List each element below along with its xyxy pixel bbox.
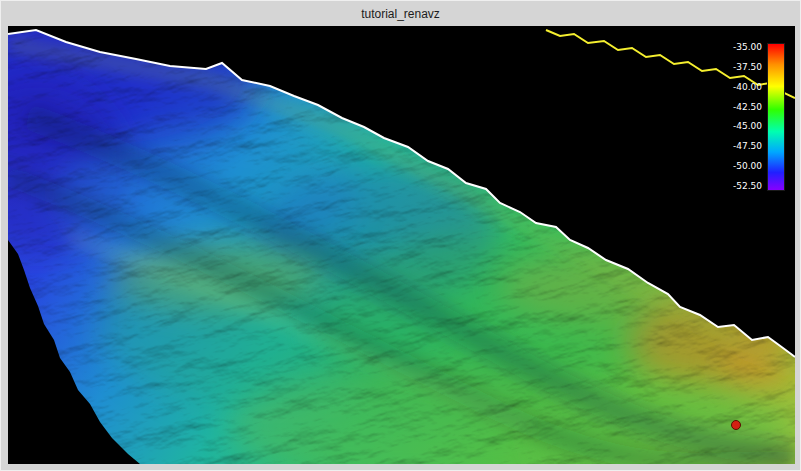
legend-tick-label: -52.50: [733, 182, 762, 191]
window-frame: tutorial_renavz: [0, 0, 801, 471]
legend-tick-label: -37.50: [733, 63, 762, 72]
window-title-bar[interactable]: tutorial_renavz: [1, 1, 800, 26]
legend-tick-label: -35.00: [733, 43, 762, 52]
legend-tick-label: -50.00: [733, 162, 762, 171]
nav-point-marker[interactable]: [732, 421, 741, 430]
legend-tick-label: -40.00: [733, 83, 762, 92]
color-scale-bar: [767, 43, 785, 191]
color-scale-legend: -35.00 -37.50 -40.00 -42.50 -45.00 -47.5…: [733, 43, 785, 191]
view3d-container[interactable]: -35.00 -37.50 -40.00 -42.50 -45.00 -47.5…: [8, 26, 795, 464]
bathymetry-canvas[interactable]: [8, 26, 795, 464]
window-title: tutorial_renavz: [361, 7, 440, 21]
legend-tick-labels: -35.00 -37.50 -40.00 -42.50 -45.00 -47.5…: [733, 43, 762, 191]
legend-tick-label: -47.50: [733, 142, 762, 151]
legend-tick-label: -42.50: [733, 103, 762, 112]
legend-tick-label: -45.00: [733, 122, 762, 131]
